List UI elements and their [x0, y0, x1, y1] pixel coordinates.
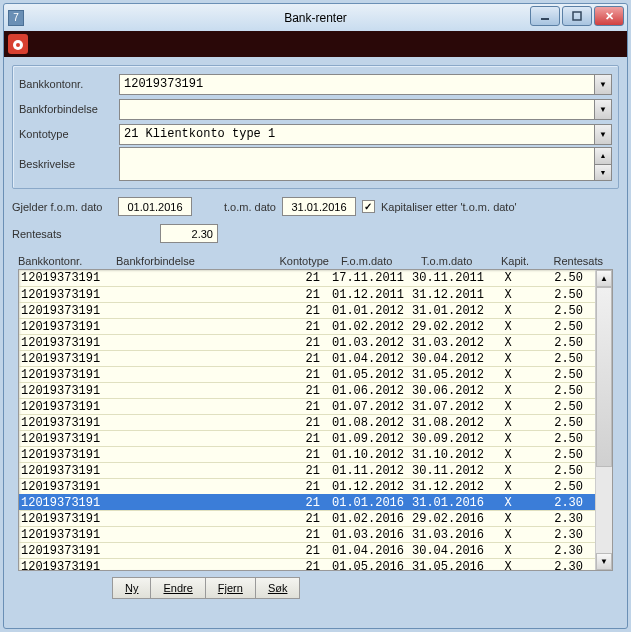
- table-row[interactable]: 120193731912101.05.201631.05.2016X2.30: [19, 558, 595, 570]
- bank-account-select[interactable]: 12019373191: [119, 74, 594, 95]
- cell-from: 01.06.2012: [332, 384, 412, 398]
- cell-kap: X: [492, 448, 524, 462]
- action-bar: Ny Endre Fjern Søk: [12, 571, 619, 605]
- cell-kap: X: [492, 528, 524, 542]
- table-row[interactable]: 120193731912101.04.201630.04.2016X2.30: [19, 542, 595, 558]
- table-row[interactable]: 120193731912101.09.201230.09.2012X2.50: [19, 430, 595, 446]
- cell-rate: 2.50: [524, 448, 595, 462]
- close-button[interactable]: ✕: [594, 6, 624, 26]
- cell-account: 12019373191: [21, 352, 119, 366]
- cell-to: 31.03.2012: [412, 336, 492, 350]
- minimize-button[interactable]: [530, 6, 560, 26]
- cell-type: 21: [269, 544, 332, 558]
- app-toolbar: [4, 31, 627, 57]
- cell-from: 01.02.2012: [332, 320, 412, 334]
- interest-rate-input[interactable]: [160, 224, 218, 243]
- new-button[interactable]: Ny: [112, 577, 151, 599]
- edit-button[interactable]: Endre: [151, 577, 205, 599]
- cell-rate: 2.50: [524, 416, 595, 430]
- cell-type: 21: [269, 288, 332, 302]
- col-capitalize: Kapit.: [501, 255, 541, 267]
- cell-from: 01.05.2012: [332, 368, 412, 382]
- capitalize-checkbox[interactable]: ✓: [362, 200, 375, 213]
- grid-scrollbar[interactable]: ▲ ▼: [595, 270, 612, 570]
- maximize-button[interactable]: [562, 6, 592, 26]
- cell-account: 12019373191: [21, 320, 119, 334]
- account-type-dropdown-arrow[interactable]: ▼: [594, 124, 612, 145]
- cell-rate: 2.50: [524, 320, 595, 334]
- to-date-input[interactable]: [282, 197, 356, 216]
- table-row[interactable]: 120193731912101.06.201230.06.2012X2.50: [19, 382, 595, 398]
- table-row[interactable]: 120193731912101.03.201231.03.2012X2.50: [19, 334, 595, 350]
- cell-rate: 2.30: [524, 512, 595, 526]
- cell-to: 30.09.2012: [412, 432, 492, 446]
- table-row[interactable]: 120193731912101.08.201231.08.2012X2.50: [19, 414, 595, 430]
- cell-type: 21: [269, 480, 332, 494]
- cell-from: 17.11.2011: [332, 271, 412, 285]
- table-row[interactable]: 120193731912101.11.201230.11.2012X2.50: [19, 462, 595, 478]
- table-row[interactable]: 120193731912101.05.201231.05.2012X2.50: [19, 366, 595, 382]
- account-type-select[interactable]: 21 Klientkonto type 1: [119, 124, 594, 145]
- window-title: Bank-renter: [284, 11, 347, 25]
- cell-from: 01.04.2012: [332, 352, 412, 366]
- input-frame: Bankkontonr. 12019373191 ▼ Bankforbindel…: [12, 65, 619, 189]
- cell-kap: X: [492, 384, 524, 398]
- description-scroll-up[interactable]: ▲: [594, 147, 612, 164]
- col-interest-rate: Rentesats: [541, 255, 613, 267]
- bank-account-dropdown-arrow[interactable]: ▼: [594, 74, 612, 95]
- data-grid[interactable]: 120193731912117.11.201130.11.2011X2.5012…: [18, 269, 613, 571]
- scroll-down-button[interactable]: ▼: [596, 553, 612, 570]
- cell-rate: 2.50: [524, 464, 595, 478]
- cell-kap: X: [492, 271, 524, 285]
- table-row[interactable]: 120193731912117.11.201130.11.2011X2.50: [19, 270, 595, 286]
- cell-rate: 2.50: [524, 271, 595, 285]
- col-from-date: F.o.m.dato: [341, 255, 421, 267]
- table-row[interactable]: 120193731912101.01.201231.01.2012X2.50: [19, 302, 595, 318]
- search-button[interactable]: Søk: [256, 577, 301, 599]
- remove-button[interactable]: Fjern: [206, 577, 256, 599]
- scroll-track[interactable]: [596, 287, 612, 553]
- col-bank-connection: Bankforbindelse: [116, 255, 266, 267]
- cell-from: 01.08.2012: [332, 416, 412, 430]
- table-row[interactable]: 120193731912101.02.201229.02.2012X2.50: [19, 318, 595, 334]
- scroll-thumb[interactable]: [596, 287, 612, 467]
- titlebar[interactable]: 7 Bank-renter ✕: [4, 4, 627, 31]
- description-scroll-down[interactable]: ▼: [594, 164, 612, 182]
- cell-kap: X: [492, 336, 524, 350]
- bank-connection-dropdown-arrow[interactable]: ▼: [594, 99, 612, 120]
- to-date-label: t.o.m. dato: [224, 201, 276, 213]
- table-row[interactable]: 120193731912101.01.201631.01.2016X2.30: [19, 494, 595, 510]
- bank-connection-label: Bankforbindelse: [19, 103, 119, 115]
- table-row[interactable]: 120193731912101.12.201131.12.2011X2.50: [19, 286, 595, 302]
- cell-type: 21: [269, 448, 332, 462]
- cell-from: 01.02.2016: [332, 512, 412, 526]
- cell-account: 12019373191: [21, 544, 119, 558]
- table-row[interactable]: 120193731912101.10.201231.10.2012X2.50: [19, 446, 595, 462]
- from-date-input[interactable]: [118, 197, 192, 216]
- cell-account: 12019373191: [21, 560, 119, 571]
- table-row[interactable]: 120193731912101.07.201231.07.2012X2.50: [19, 398, 595, 414]
- cell-account: 12019373191: [21, 480, 119, 494]
- cell-to: 29.02.2012: [412, 320, 492, 334]
- bank-connection-select[interactable]: [119, 99, 594, 120]
- description-label: Beskrivelse: [19, 158, 119, 170]
- cell-to: 31.05.2012: [412, 368, 492, 382]
- svg-rect-1: [573, 12, 581, 20]
- cell-rate: 2.50: [524, 384, 595, 398]
- cell-from: 01.10.2012: [332, 448, 412, 462]
- scroll-up-button[interactable]: ▲: [596, 270, 612, 287]
- cell-account: 12019373191: [21, 288, 119, 302]
- table-row[interactable]: 120193731912101.02.201629.02.2016X2.30: [19, 510, 595, 526]
- cell-to: 31.07.2012: [412, 400, 492, 414]
- cell-type: 21: [269, 400, 332, 414]
- table-row[interactable]: 120193731912101.04.201230.04.2012X2.50: [19, 350, 595, 366]
- cell-rate: 2.50: [524, 352, 595, 366]
- table-row[interactable]: 120193731912101.12.201231.12.2012X2.50: [19, 478, 595, 494]
- cell-account: 12019373191: [21, 528, 119, 542]
- cell-from: 01.12.2012: [332, 480, 412, 494]
- description-textarea[interactable]: [119, 147, 594, 181]
- table-row[interactable]: 120193731912101.03.201631.03.2016X2.30: [19, 526, 595, 542]
- cell-to: 31.01.2012: [412, 304, 492, 318]
- cell-from: 01.04.2016: [332, 544, 412, 558]
- cell-rate: 2.50: [524, 368, 595, 382]
